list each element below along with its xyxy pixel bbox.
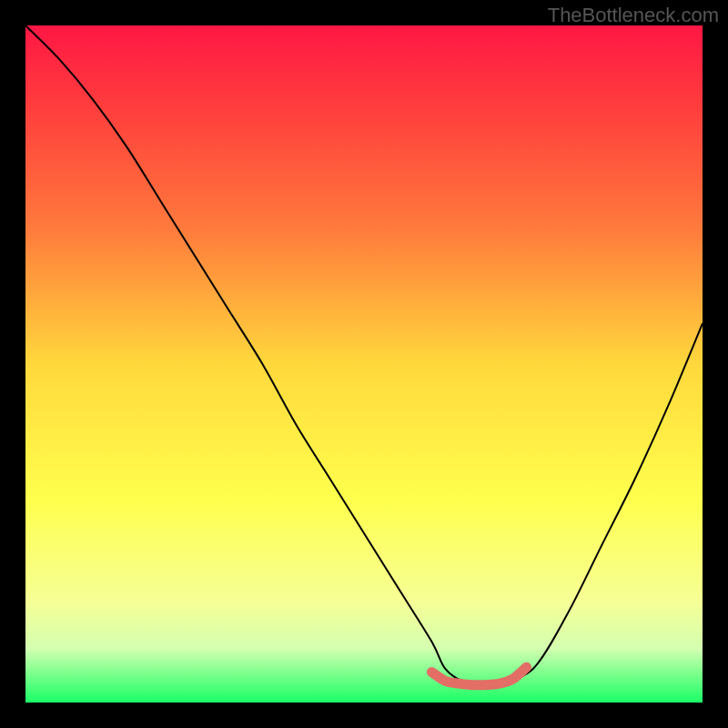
chart-background-gradient [25,25,703,703]
chart-plot-area [25,25,703,703]
watermark-text: TheBottleneck.com [548,4,719,27]
chart-svg [25,25,703,703]
